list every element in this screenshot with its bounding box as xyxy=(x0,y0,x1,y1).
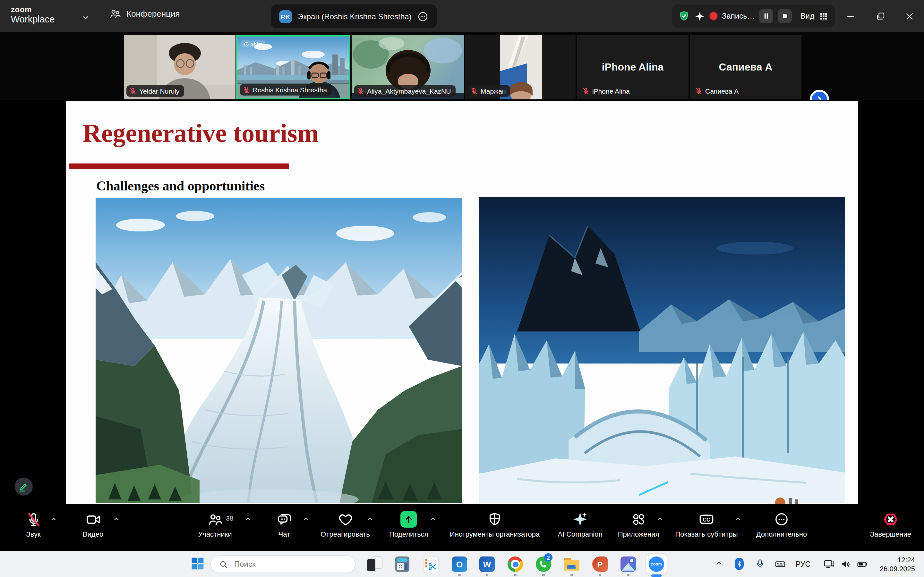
tray-battery-icon[interactable] xyxy=(857,558,868,570)
toolbar-end-button[interactable]: Завершение xyxy=(862,510,919,538)
outlook-icon[interactable]: O xyxy=(452,556,467,572)
shtm-text: shtm xyxy=(251,41,262,47)
apps-chevron[interactable] xyxy=(656,515,664,523)
chrome-icon[interactable] xyxy=(507,556,523,572)
photos-icon[interactable] xyxy=(620,556,636,572)
video-tile-marzhan[interactable]: Маржан xyxy=(465,35,575,99)
participant-name: iPhone Alina xyxy=(592,87,630,95)
toolbar-share-button[interactable]: Поделиться xyxy=(380,510,438,538)
tray-chevron-icon[interactable] xyxy=(714,558,724,568)
video-tile-iphone-alina[interactable]: iPhone Alina iPhone Alina xyxy=(577,35,688,99)
video-tile-sapieva[interactable]: Сапиева А Сапиева А xyxy=(690,35,801,99)
muted-mic-icon xyxy=(695,87,703,95)
mic-muted-icon xyxy=(11,510,56,528)
tab-screen-share[interactable]: RK Экран (Roshis Krishna Shrestha) xyxy=(271,5,437,28)
video-chevron[interactable] xyxy=(112,515,121,523)
slide-title: Regenerative tourism xyxy=(83,118,318,148)
video-tile-yeldar[interactable]: Yeldar Nuruly xyxy=(124,35,236,99)
toolbar-apps-button[interactable]: Приложения xyxy=(606,510,670,538)
toolbar-label: Показать субтитры xyxy=(665,530,748,538)
participants-count-badge: 38 xyxy=(226,514,233,522)
pencil-icon xyxy=(18,481,29,492)
muted-mic-icon xyxy=(242,86,250,93)
running-indicator xyxy=(599,574,601,576)
partial-logo xyxy=(775,498,798,504)
participant-name: Маржан xyxy=(481,87,506,95)
muted-mic-icon xyxy=(357,87,365,95)
tray-mic-icon[interactable] xyxy=(754,558,766,569)
tray-pen-display-icon[interactable] xyxy=(823,558,835,570)
search-input[interactable] xyxy=(233,559,332,569)
recording-pause-button[interactable] xyxy=(759,9,774,23)
toolbar-captions-button[interactable]: CC Показать субтитры xyxy=(665,510,748,538)
toolbar-chat-button[interactable]: Чат xyxy=(265,510,304,538)
recording-stop-button[interactable] xyxy=(778,9,792,23)
recording-label: Запись… xyxy=(722,11,755,21)
brand-chevron-icon[interactable] xyxy=(81,13,90,23)
ice-pinnacles-image xyxy=(479,197,845,503)
taskbar-clock[interactable]: 12:24 26.09.2025 xyxy=(880,555,915,573)
clock-date: 26.09.2025 xyxy=(880,564,915,573)
toolbar-label: Дополнительно xyxy=(746,530,817,538)
share-chevron[interactable] xyxy=(429,515,437,523)
bluetooth-icon[interactable] xyxy=(735,558,744,570)
taskbar-search[interactable] xyxy=(210,555,355,573)
svg-text:CC: CC xyxy=(703,517,710,522)
glacier-aerial-image xyxy=(95,198,462,503)
tab-meeting[interactable]: Конференция xyxy=(109,8,180,20)
start-button[interactable] xyxy=(191,556,206,572)
audio-chevron[interactable] xyxy=(49,515,58,523)
view-grid-icon[interactable] xyxy=(819,11,829,21)
participant-big-name: iPhone Alina xyxy=(577,61,688,73)
task-view-icon[interactable] xyxy=(367,556,383,572)
language-indicator[interactable]: РУС xyxy=(796,560,811,568)
video-tile-roshis-active[interactable]: shtm Roshis Krishna Shrestha xyxy=(236,35,351,99)
word-icon[interactable]: W xyxy=(479,556,495,572)
view-label[interactable]: Вид xyxy=(800,11,814,21)
muted-mic-icon xyxy=(582,87,590,95)
captions-chevron[interactable] xyxy=(734,515,742,523)
react-chevron[interactable] xyxy=(366,515,374,523)
zoom-app-icon-active[interactable]: zoom xyxy=(646,553,667,574)
tray-keyboard-icon[interactable] xyxy=(774,558,786,570)
more-ellipsis-icon xyxy=(746,510,817,528)
toolbar-label: Инструменты организатора xyxy=(440,530,549,538)
toolbar-more-button[interactable]: Дополнительно xyxy=(746,510,817,538)
running-indicator xyxy=(542,574,545,576)
toolbar-label: Завершение xyxy=(862,530,919,538)
annotate-pencil-button[interactable] xyxy=(15,478,33,496)
chat-chevron[interactable] xyxy=(302,515,310,523)
toolbar-label: Чат xyxy=(265,530,304,538)
toolbar-react-button[interactable]: Отреагировать xyxy=(313,510,377,538)
meeting-toolbar: Звук Видео Участники 38 Чат xyxy=(0,505,924,551)
toolbar-video-button[interactable]: Видео xyxy=(71,510,115,538)
host-tools-shield-icon xyxy=(440,510,549,528)
camera-icon xyxy=(71,510,115,528)
muted-mic-icon xyxy=(470,87,478,95)
snipping-tool-icon[interactable] xyxy=(423,556,439,572)
participants-chevron[interactable] xyxy=(244,515,252,523)
window-restore-button[interactable] xyxy=(875,11,886,22)
meeting-tab-label: Конференция xyxy=(126,9,180,19)
tab-options-icon[interactable] xyxy=(417,11,429,22)
file-explorer-icon[interactable] xyxy=(564,556,580,572)
window-minimize-button[interactable] xyxy=(845,11,856,22)
window-close-button[interactable] xyxy=(904,11,915,22)
powerpoint-icon[interactable]: P xyxy=(592,556,607,572)
toolbar-host-tools-button[interactable]: Инструменты организатора xyxy=(440,510,549,538)
toolbar-label: Звук xyxy=(11,530,56,538)
clock-time: 12:24 xyxy=(880,555,915,564)
tray-volume-icon[interactable] xyxy=(840,558,851,570)
security-shield-icon[interactable] xyxy=(678,10,690,22)
whatsapp-icon[interactable]: 2 xyxy=(536,556,551,572)
toolbar-ai-companion-button[interactable]: AI Companion xyxy=(545,510,615,538)
running-indicator xyxy=(570,574,573,576)
calculator-icon[interactable] xyxy=(395,556,411,572)
ai-sparkle-icon[interactable] xyxy=(694,11,705,21)
video-tile-aliya[interactable]: Aliya_Aktymbayeva_KazNU xyxy=(352,35,464,99)
toolbar-label: Отреагировать xyxy=(313,530,377,538)
participant-name: Roshis Krishna Shrestha xyxy=(253,86,327,93)
participant-name-label: Aliya_Aktymbayeva_KazNU xyxy=(354,85,455,97)
participant-name-label: Сапиева А xyxy=(692,85,743,97)
toolbar-audio-button[interactable]: Звук xyxy=(11,510,56,538)
